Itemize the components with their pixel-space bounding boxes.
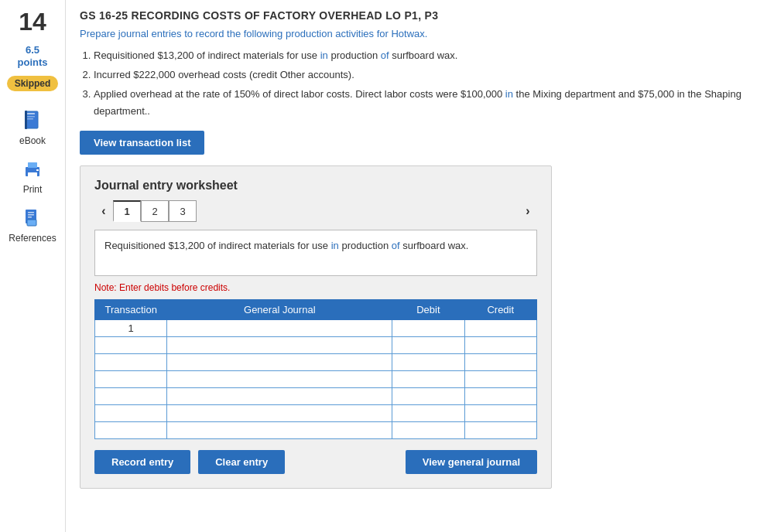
debit-cell[interactable]: [392, 337, 464, 354]
ebook-label: eBook: [19, 135, 46, 146]
book-icon: [21, 110, 44, 133]
svg-rect-8: [36, 169, 39, 171]
general-journal-cell[interactable]: [167, 388, 392, 405]
tab-1[interactable]: 1: [113, 200, 141, 222]
general-journal-input[interactable]: [172, 390, 387, 402]
transaction-cell: [95, 337, 167, 354]
table-row: [95, 405, 537, 422]
credit-cell[interactable]: [464, 371, 536, 388]
print-icon: [21, 159, 44, 182]
general-journal-input[interactable]: [172, 408, 387, 419]
general-journal-cell[interactable]: [167, 354, 392, 371]
general-journal-cell[interactable]: [167, 405, 392, 422]
svg-rect-3: [27, 118, 33, 120]
transaction-cell: [95, 388, 167, 405]
worksheet-container: Journal entry worksheet ‹ 1 2 3 › Requis…: [80, 165, 552, 489]
debit-input[interactable]: [397, 408, 459, 419]
view-general-journal-button[interactable]: View general journal: [406, 450, 537, 474]
svg-rect-4: [25, 111, 27, 129]
svg-rect-12: [28, 217, 32, 218]
table-row: [95, 422, 537, 439]
general-journal-cell[interactable]: [167, 422, 392, 439]
debit-cell[interactable]: [392, 388, 464, 405]
main-content: GS 16-25 Recording costs of factory over…: [66, 0, 767, 532]
references-label: References: [9, 233, 56, 244]
references-icon: [21, 207, 44, 230]
debit-input[interactable]: [397, 390, 459, 402]
sidebar-item-references[interactable]: References: [0, 203, 65, 248]
tab-prev-button[interactable]: ‹: [94, 200, 113, 222]
view-transaction-button[interactable]: View transaction list: [80, 131, 204, 155]
clear-entry-button[interactable]: Clear entry: [198, 450, 285, 474]
col-debit: Debit: [392, 300, 464, 320]
table-row: [95, 354, 537, 371]
debit-input[interactable]: [397, 322, 459, 334]
col-general-journal: General Journal: [167, 300, 392, 320]
credit-cell[interactable]: [464, 337, 536, 354]
credit-input[interactable]: [470, 390, 532, 402]
skipped-badge: Skipped: [7, 76, 59, 91]
debit-input[interactable]: [397, 356, 459, 368]
debit-input[interactable]: [397, 425, 459, 436]
credit-input[interactable]: [470, 373, 532, 385]
journal-table: Transaction General Journal Debit Credit…: [94, 299, 537, 439]
credit-input[interactable]: [470, 425, 532, 436]
sidebar: 14 6.5 points Skipped eBook: [0, 0, 66, 532]
svg-rect-13: [27, 220, 36, 226]
general-journal-input[interactable]: [172, 425, 387, 436]
credit-cell[interactable]: [464, 354, 536, 371]
svg-rect-10: [28, 212, 34, 213]
problem-item-2: Incurred $222,000 overhead costs (credit…: [94, 66, 753, 84]
tab-navigation: ‹ 1 2 3 ›: [94, 200, 537, 222]
sidebar-item-ebook[interactable]: eBook: [0, 105, 65, 151]
svg-rect-6: [28, 162, 37, 168]
worksheet-title: Journal entry worksheet: [94, 179, 537, 193]
credit-input[interactable]: [470, 408, 532, 419]
general-journal-input[interactable]: [172, 322, 387, 334]
general-journal-cell[interactable]: [167, 337, 392, 354]
credit-cell[interactable]: [464, 388, 536, 405]
tab-3[interactable]: 3: [169, 200, 197, 222]
svg-rect-11: [28, 214, 34, 216]
note-text: Note: Enter debits before credits.: [94, 282, 537, 293]
description-box: Requisitioned $13,200 of indirect materi…: [94, 230, 537, 276]
problem-item-1: Requisitioned $13,200 of indirect materi…: [94, 47, 753, 64]
question-number: 14: [19, 8, 46, 36]
credit-input[interactable]: [470, 356, 532, 368]
table-row: [95, 337, 537, 354]
transaction-cell: [95, 405, 167, 422]
svg-rect-1: [27, 113, 35, 114]
debit-cell[interactable]: [392, 320, 464, 337]
tab-2[interactable]: 2: [141, 200, 169, 222]
record-entry-button[interactable]: Record entry: [94, 450, 190, 474]
debit-cell[interactable]: [392, 422, 464, 439]
table-row: 1: [95, 320, 537, 337]
credit-input[interactable]: [470, 322, 532, 334]
sidebar-item-print[interactable]: Print: [0, 154, 65, 200]
debit-input[interactable]: [397, 373, 459, 385]
svg-rect-7: [28, 172, 37, 178]
credit-cell[interactable]: [464, 422, 536, 439]
credit-cell[interactable]: [464, 405, 536, 422]
svg-rect-2: [27, 116, 35, 118]
general-journal-input[interactable]: [172, 356, 387, 368]
problem-description: Prepare journal entries to record the fo…: [80, 28, 753, 39]
debit-cell[interactable]: [392, 405, 464, 422]
general-journal-input[interactable]: [172, 339, 387, 351]
debit-input[interactable]: [397, 339, 459, 351]
problem-title: GS 16-25 Recording costs of factory over…: [80, 9, 753, 22]
transaction-cell: 1: [95, 320, 167, 337]
col-transaction: Transaction: [95, 300, 167, 320]
tab-next-button[interactable]: ›: [519, 200, 537, 222]
bottom-buttons: Record entry Clear entry View general jo…: [94, 450, 537, 474]
credit-cell[interactable]: [464, 320, 536, 337]
general-journal-cell[interactable]: [167, 320, 392, 337]
debit-cell[interactable]: [392, 371, 464, 388]
general-journal-cell[interactable]: [167, 371, 392, 388]
problem-list: Requisitioned $13,200 of indirect materi…: [94, 47, 753, 120]
transaction-cell: [95, 354, 167, 371]
general-journal-input[interactable]: [172, 373, 387, 385]
col-credit: Credit: [464, 300, 536, 320]
debit-cell[interactable]: [392, 354, 464, 371]
credit-input[interactable]: [470, 339, 532, 351]
